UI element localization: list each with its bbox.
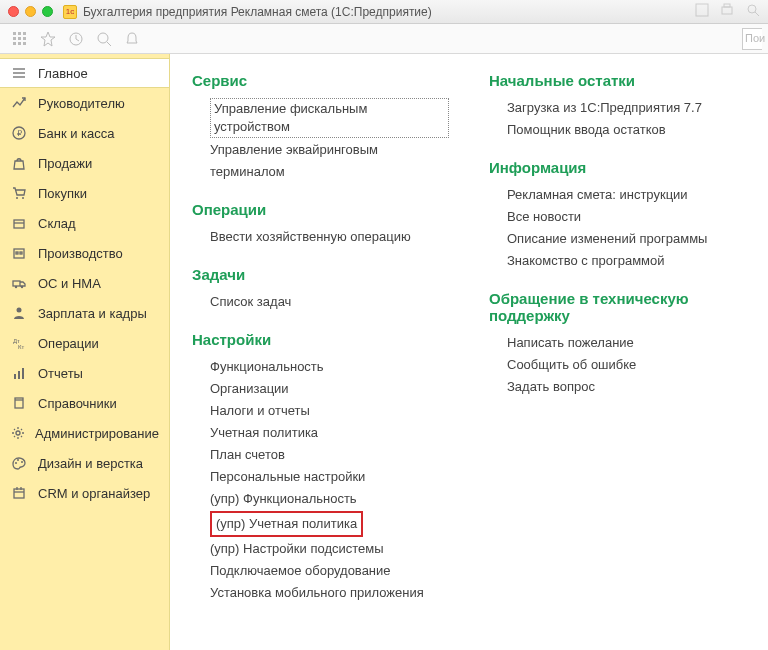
favorite-icon[interactable]	[34, 25, 62, 53]
svg-point-50	[15, 462, 17, 464]
sidebar-item-13[interactable]: Дизайн и верстка	[0, 448, 169, 478]
content-link[interactable]: Задать вопрос	[507, 376, 746, 398]
window-title: Бухгалтерия предприятия Рекламная смета …	[83, 5, 432, 19]
link-list: ФункциональностьОрганизацииНалоги и отче…	[192, 356, 449, 604]
content-link[interactable]: Учетная политика	[210, 422, 449, 444]
sidebar-item-label: Продажи	[38, 156, 92, 171]
apps-icon[interactable]	[6, 25, 34, 53]
content-link[interactable]: Функциональность	[210, 356, 449, 378]
link-list: Управление фискальным устройствомУправле…	[192, 97, 449, 183]
sidebar-item-9[interactable]: ДтКтОперации	[0, 328, 169, 358]
menu-icon	[10, 66, 28, 80]
sidebar-item-label: CRM и органайзер	[38, 486, 150, 501]
sidebar-item-label: Операции	[38, 336, 99, 351]
content-link[interactable]: Установка мобильного приложения	[210, 582, 449, 604]
svg-rect-2	[724, 4, 730, 7]
search-small-icon[interactable]	[746, 3, 760, 17]
sidebar-item-14[interactable]: CRM и органайзер	[0, 478, 169, 508]
content-link[interactable]: Написать пожелание	[507, 332, 746, 354]
history-icon[interactable]	[62, 25, 90, 53]
sidebar-item-3[interactable]: Продажи	[0, 148, 169, 178]
section-title: Начальные остатки	[489, 72, 746, 89]
content-link[interactable]: Управление фискальным устройством	[210, 98, 449, 138]
svg-rect-11	[13, 42, 16, 45]
sidebar-item-0[interactable]: Главное	[0, 58, 169, 88]
sidebar-item-label: Покупки	[38, 186, 87, 201]
chart-icon	[10, 96, 28, 110]
sidebar-item-label: Зарплата и кадры	[38, 306, 147, 321]
content-link[interactable]: Персональные настройки	[210, 466, 449, 488]
svg-point-24	[22, 197, 24, 199]
svg-rect-10	[23, 37, 26, 40]
svg-point-16	[98, 33, 108, 43]
content-link[interactable]: Налоги и отчеты	[210, 400, 449, 422]
sidebar-item-label: Администрирование	[35, 426, 159, 441]
sidebar-item-1[interactable]: Руководителю	[0, 88, 169, 118]
sidebar-item-10[interactable]: Отчеты	[0, 358, 169, 388]
sidebar-item-5[interactable]: Склад	[0, 208, 169, 238]
content-link[interactable]: Все новости	[507, 206, 746, 228]
sidebar-item-2[interactable]: ₽Банк и касса	[0, 118, 169, 148]
sidebar-item-7[interactable]: ОС и НМА	[0, 268, 169, 298]
window-action-icon[interactable]	[695, 3, 709, 17]
content-link[interactable]: (упр) Учетная политика	[210, 511, 363, 537]
zoom-window-button[interactable]	[42, 6, 53, 17]
section-title: Операции	[192, 201, 449, 218]
main-toolbar: Пои	[0, 24, 768, 54]
content-link[interactable]: План счетов	[210, 444, 449, 466]
content-link[interactable]: Загрузка из 1С:Предприятия 7.7	[507, 97, 746, 119]
svg-line-17	[107, 42, 111, 46]
sidebar-item-11[interactable]: Справочники	[0, 388, 169, 418]
person-icon	[10, 306, 28, 320]
bag-icon	[10, 156, 28, 170]
search-input[interactable]: Пои	[742, 28, 762, 50]
section-title: Настройки	[192, 331, 449, 348]
print-icon[interactable]	[720, 3, 734, 17]
content-link[interactable]: Ввести хозяйственную операцию	[210, 226, 449, 248]
sidebar-item-12[interactable]: Администрирование	[0, 418, 169, 448]
svg-rect-7	[23, 32, 26, 35]
sidebar-item-6[interactable]: Производство	[0, 238, 169, 268]
sidebar-item-label: Руководителю	[38, 96, 125, 111]
sidebar-item-label: Справочники	[38, 396, 117, 411]
ruble-icon: ₽	[10, 126, 28, 140]
content-link[interactable]: Описание изменений программы	[507, 228, 746, 250]
window-controls	[8, 6, 53, 17]
minimize-window-button[interactable]	[25, 6, 36, 17]
sidebar-item-label: Отчеты	[38, 366, 83, 381]
content-link[interactable]: Сообщить об ошибке	[507, 354, 746, 376]
search-icon[interactable]	[90, 25, 118, 53]
content-link[interactable]: (упр) Настройки подсистемы	[210, 538, 449, 560]
svg-rect-29	[20, 252, 22, 254]
content-column-left: СервисУправление фискальным устройствомУ…	[192, 72, 449, 604]
content-link[interactable]: Управление эквайринговым терминалом	[210, 139, 449, 183]
box-icon	[10, 216, 28, 230]
sidebar-item-label: Склад	[38, 216, 76, 231]
content-link[interactable]: Организации	[210, 378, 449, 400]
content-link[interactable]: Подключаемое оборудование	[210, 560, 449, 582]
link-list: Загрузка из 1С:Предприятия 7.7Помощник в…	[489, 97, 746, 141]
close-window-button[interactable]	[8, 6, 19, 17]
content-link[interactable]: Знакомство с программой	[507, 250, 746, 272]
link-list: Написать пожеланиеСообщить об ошибкеЗада…	[489, 332, 746, 398]
svg-point-32	[21, 286, 23, 288]
sidebar-item-4[interactable]: Покупки	[0, 178, 169, 208]
sidebar-item-label: Банк и касса	[38, 126, 115, 141]
svg-rect-25	[14, 220, 24, 228]
section-title: Информация	[489, 159, 746, 176]
window-titlebar: 1c Бухгалтерия предприятия Рекламная сме…	[0, 0, 768, 24]
book-icon	[10, 396, 28, 410]
svg-point-41	[16, 431, 20, 435]
content-link[interactable]: Список задач	[210, 291, 449, 313]
titlebar-right-icons	[687, 3, 760, 20]
link-list: Рекламная смета: инструкцииВсе новостиОп…	[489, 184, 746, 272]
svg-text:₽: ₽	[17, 129, 22, 138]
svg-rect-6	[18, 32, 21, 35]
content-link[interactable]: Рекламная смета: инструкции	[507, 184, 746, 206]
svg-rect-38	[22, 368, 24, 379]
bell-icon[interactable]	[118, 25, 146, 53]
content-link[interactable]: Помощник ввода остатков	[507, 119, 746, 141]
sidebar-item-8[interactable]: Зарплата и кадры	[0, 298, 169, 328]
content-link[interactable]: (упр) Функциональность	[210, 488, 449, 510]
svg-rect-36	[14, 374, 16, 379]
